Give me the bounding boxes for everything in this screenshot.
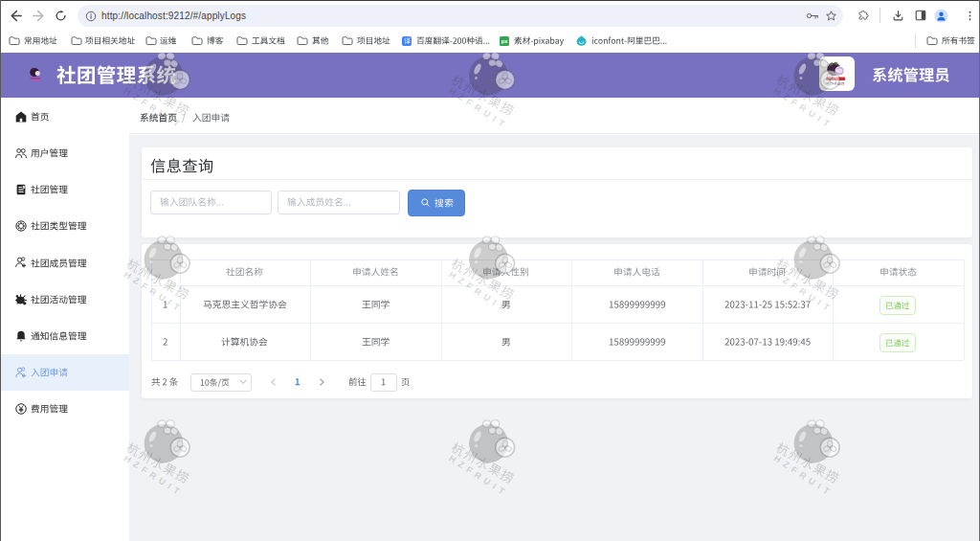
- svg-text:px: px: [501, 38, 508, 44]
- svg-text:HZFRUIT: HZFRUIT: [826, 82, 845, 86]
